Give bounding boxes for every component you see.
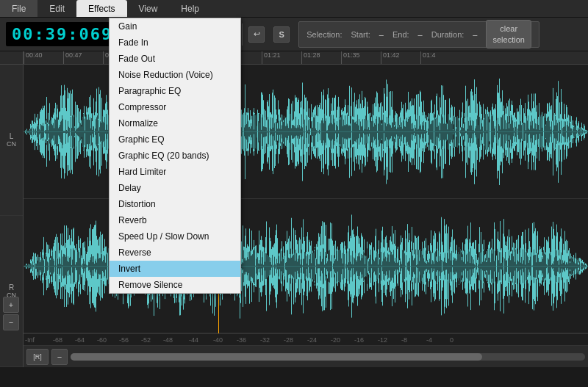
scrollbar-thumb[interactable] bbox=[71, 353, 482, 361]
effects-dropdown-menu: Gain Fade In Fade Out Noise Reduction (V… bbox=[109, 18, 241, 294]
start-label: Start: bbox=[351, 30, 370, 39]
zoom-out-button[interactable]: − bbox=[3, 314, 19, 330]
menu-edit[interactable]: Edit bbox=[37, 0, 76, 17]
effect-normalize[interactable]: Normalize bbox=[110, 115, 240, 131]
bottom-bar: [R] − bbox=[24, 345, 588, 367]
effect-remove-silence[interactable]: Remove Silence bbox=[110, 277, 240, 293]
effect-reverb[interactable]: Reverb bbox=[110, 212, 240, 228]
end-value: – bbox=[418, 30, 423, 39]
timeline-mark: 01:42 bbox=[381, 51, 400, 64]
end-label: End: bbox=[392, 30, 409, 39]
effect-gain[interactable]: Gain bbox=[110, 18, 240, 35]
effect-hard-limiter[interactable]: Hard Limiter bbox=[110, 164, 240, 180]
zoom-minus-button[interactable]: − bbox=[51, 349, 68, 365]
duration-value: – bbox=[473, 30, 477, 39]
timeline-mark: 01:4 bbox=[420, 51, 436, 64]
effect-noise-reduction[interactable]: Noise Reduction (Voice) bbox=[110, 67, 240, 83]
effect-speed-up-slow-down[interactable]: Speed Up / Slow Down bbox=[110, 228, 240, 245]
effect-fade-in[interactable]: Fade In bbox=[110, 35, 240, 51]
effect-reverse[interactable]: Reverse bbox=[110, 245, 240, 261]
effect-distortion[interactable]: Distortion bbox=[110, 196, 240, 212]
effect-compressor[interactable]: Compressor bbox=[110, 99, 240, 115]
toolbar: 00:39:069 ⏮ ⏪ ⏹ ⏭ ● ↩ S Selection: Start… bbox=[0, 18, 588, 51]
menu-view[interactable]: View bbox=[127, 0, 170, 17]
effect-paragraphic-eq[interactable]: Paragraphic EQ bbox=[110, 83, 240, 99]
toolbar-separator bbox=[242, 23, 243, 46]
timeline-mark: 01:28 bbox=[301, 51, 320, 64]
duration-label: Duration: bbox=[431, 30, 465, 39]
effect-delay[interactable]: Delay bbox=[110, 180, 240, 196]
menu-file[interactable]: File bbox=[0, 0, 37, 17]
track-labels: L CN R CN + − bbox=[0, 51, 24, 367]
timeline-mark: 01:35 bbox=[341, 51, 360, 64]
timeline-mark: 01:21 bbox=[262, 51, 281, 64]
timeline-mark: 00:47 bbox=[63, 51, 82, 64]
scale-bar: -Inf -68 -64 -60 -56 -52 -48 -44 -40 -36… bbox=[24, 333, 588, 345]
zoom-fit-button[interactable]: [R] bbox=[26, 349, 49, 365]
timeline-mark: 00:40 bbox=[24, 51, 43, 64]
effect-graphic-eq-20[interactable]: Graphic EQ (20 bands) bbox=[110, 148, 240, 164]
zoom-in-button[interactable]: + bbox=[3, 297, 19, 313]
horizontal-scrollbar[interactable] bbox=[71, 353, 585, 361]
selection-label: Selection: bbox=[306, 30, 342, 39]
effect-graphic-eq[interactable]: Graphic EQ bbox=[110, 131, 240, 148]
menu-help[interactable]: Help bbox=[169, 0, 211, 17]
time-display: 00:39:069 bbox=[6, 22, 118, 46]
s-button[interactable]: S bbox=[273, 26, 290, 43]
waveform-area: L CN R CN + − 00:40 00:47 00:54 01:01 01… bbox=[0, 51, 588, 367]
menubar: File Edit Effects View Help bbox=[0, 0, 588, 18]
left-channel-label: L CN bbox=[0, 65, 23, 216]
effect-invert[interactable]: Invert bbox=[110, 261, 240, 277]
clear-selection-button[interactable]: clear selection bbox=[486, 20, 531, 48]
selection-info: Selection: Start: – End: – Duration: – c… bbox=[298, 21, 539, 48]
loop-button[interactable]: ↩ bbox=[248, 26, 265, 43]
menu-effects[interactable]: Effects bbox=[76, 0, 126, 17]
right-channel-label: R CN bbox=[0, 216, 23, 367]
effect-fade-out[interactable]: Fade Out bbox=[110, 51, 240, 67]
start-value: – bbox=[379, 30, 384, 39]
